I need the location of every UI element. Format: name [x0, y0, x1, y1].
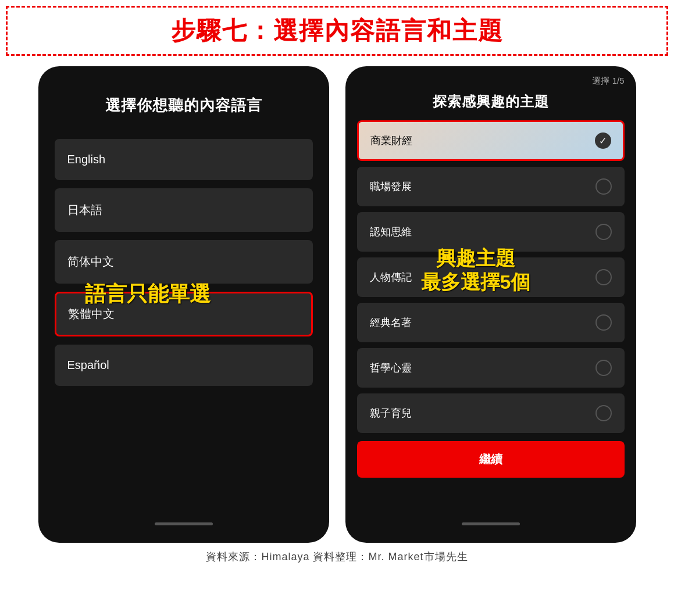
topic-check-career: [595, 178, 612, 195]
topic-list: 商業財經 ✓ 職場發展 認知思維 人物傳記: [357, 120, 625, 433]
topic-item-philosophy[interactable]: 哲學心靈: [357, 348, 625, 388]
topic-item-career[interactable]: 職場發展: [357, 167, 625, 206]
right-phone-screen: 選擇 1/5 探索感興趣的主題 商業財經 ✓ 職場發展 認知思維: [345, 66, 636, 543]
topic-item-classics[interactable]: 經典名著: [357, 303, 625, 342]
title-section: 步驟七：選擇內容語言和主題: [6, 6, 668, 56]
left-phone-screen: 選擇你想聽的內容語言 English 日本語 简体中文: [38, 66, 329, 543]
topic-check-parenting: [595, 405, 612, 421]
right-screen-title: 探索感興趣的主題: [357, 92, 625, 111]
language-item-traditional-chinese[interactable]: 繁體中文: [55, 292, 313, 336]
language-list: English 日本語 简体中文 繁體中文: [55, 139, 313, 386]
topic-item-parenting[interactable]: 親子育兒: [357, 393, 625, 433]
outer-container: 步驟七：選擇內容語言和主題 選擇你想聽的內容語言 English 日本語: [0, 0, 674, 616]
language-label-simplified-chinese: 简体中文: [67, 255, 114, 268]
page-title: 步驟七：選擇內容語言和主題: [171, 17, 504, 44]
topic-check-philosophy: [595, 360, 612, 376]
topic-label-biography: 人物傳記: [370, 270, 412, 284]
footer-caption: 資料來源：Himalaya 資料整理：Mr. Market市場先生: [206, 550, 468, 564]
topic-check-biography: [595, 269, 612, 285]
left-phone-wrapper: 選擇你想聽的內容語言 English 日本語 简体中文: [38, 66, 329, 543]
home-indicator-left: [155, 522, 213, 525]
language-label-traditional-chinese: 繁體中文: [68, 307, 115, 320]
topic-check-business: ✓: [595, 132, 611, 149]
topic-label-classics: 經典名著: [370, 316, 412, 330]
topic-label-philosophy: 哲學心靈: [370, 361, 412, 375]
screens-wrapper: 選擇你想聽的內容語言 English 日本語 简体中文: [38, 66, 636, 543]
topic-item-biography[interactable]: 人物傳記: [357, 257, 625, 297]
language-label-english: English: [67, 153, 106, 166]
topic-label-career: 職場發展: [370, 180, 412, 194]
topic-item-cognition[interactable]: 認知思維: [357, 212, 625, 252]
home-indicator-right: [462, 522, 520, 525]
left-screen-title: 選擇你想聽的內容語言: [105, 95, 262, 116]
topic-label-cognition: 認知思維: [370, 225, 412, 239]
language-label-japanese: 日本語: [67, 203, 102, 216]
right-phone-wrapper: 選擇 1/5 探索感興趣的主題 商業財經 ✓ 職場發展 認知思維: [345, 66, 636, 543]
language-label-spanish: Español: [67, 359, 109, 371]
topic-label-parenting: 親子育兒: [370, 406, 412, 420]
topic-check-cognition: [595, 224, 612, 240]
language-item-spanish[interactable]: Español: [55, 345, 313, 386]
topic-item-business[interactable]: 商業財經 ✓: [357, 120, 625, 161]
topic-check-classics: [595, 314, 612, 331]
topic-label-business: 商業財經: [370, 134, 412, 148]
progress-label: 選擇 1/5: [357, 76, 625, 87]
language-item-simplified-chinese[interactable]: 简体中文: [55, 240, 313, 284]
continue-button[interactable]: 繼續: [357, 441, 625, 478]
language-item-japanese[interactable]: 日本語: [55, 188, 313, 232]
language-item-english[interactable]: English: [55, 139, 313, 180]
